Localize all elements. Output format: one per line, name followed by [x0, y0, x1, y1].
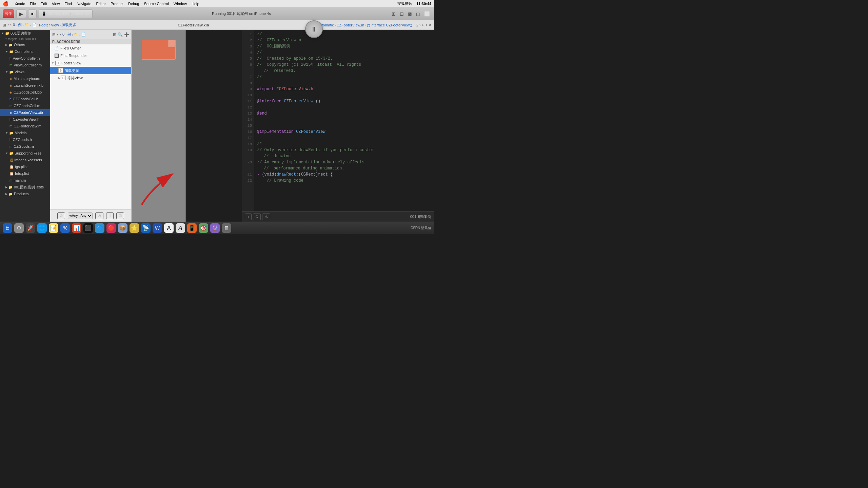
dock-app5[interactable]: 📱: [187, 223, 197, 233]
menu-help[interactable]: Help: [192, 2, 199, 6]
layout-btn-4[interactable]: ◻: [415, 11, 421, 17]
dock-app1[interactable]: 🔷: [95, 223, 104, 233]
ib-layout-btn[interactable]: ⊞: [52, 32, 56, 37]
ib-aspect-btn[interactable]: ⊡: [116, 212, 124, 219]
dock-finder[interactable]: 🖥: [3, 223, 12, 233]
footer-view-canvas[interactable]: [142, 40, 176, 60]
dock-word[interactable]: W: [153, 223, 162, 233]
ib-zoom-btn[interactable]: 🔍: [118, 32, 123, 37]
editor-bc-1[interactable]: CZFooterView.m: [336, 23, 364, 27]
dock-trash[interactable]: 🗑: [222, 223, 231, 233]
breadcrumb-item-lm[interactable]: 加载更多...: [61, 22, 79, 27]
nav-prev-btn[interactable]: ‹: [7, 23, 9, 27]
breadcrumb-item-1[interactable]: 📁: [24, 23, 29, 27]
nav-item-main-m[interactable]: m main.m: [0, 177, 50, 184]
dock-filezilla[interactable]: 📡: [141, 223, 151, 233]
nav-item-czfooterview-m[interactable]: m CZFooterView.m: [0, 123, 50, 129]
dock-office1[interactable]: 📊: [72, 223, 81, 233]
warning-btn[interactable]: ⚠: [262, 214, 270, 220]
ib-files-owner[interactable]: 📄 File's Owner: [50, 44, 131, 52]
add-file-btn[interactable]: +: [245, 214, 252, 220]
dock-font[interactable]: A: [164, 223, 174, 233]
nav-back-btn[interactable]: ⊞: [3, 23, 6, 27]
footer-view-checkbox[interactable]: □: [55, 61, 60, 65]
dock-app7[interactable]: 🔮: [210, 223, 220, 233]
ib-add-btn[interactable]: ➕: [124, 32, 129, 37]
nav-item-models[interactable]: ▼ 📁 Models: [0, 129, 50, 136]
code-lines[interactable]: // // CZFooterView.m // 001团购案例 // // Cr…: [254, 30, 434, 211]
stop-square-button[interactable]: ■: [28, 9, 37, 18]
menu-editor[interactable]: Editor: [96, 2, 106, 6]
debug-pause-overlay[interactable]: ⏸: [305, 20, 323, 38]
nav-item-info-plist[interactable]: 📋 Info.plist: [0, 170, 50, 177]
ib-filter-btn[interactable]: ⊙: [57, 212, 65, 219]
nav-filter-btn[interactable]: ⊙: [253, 214, 261, 220]
nav-item-viewcontroller-m[interactable]: m ViewController.m: [0, 62, 50, 68]
menu-view[interactable]: View: [52, 2, 60, 6]
nav-item-products[interactable]: ▶ 📁 Products: [0, 190, 50, 197]
dock-app2[interactable]: 🔴: [106, 223, 116, 233]
layout-btn-1[interactable]: ⊞: [390, 11, 397, 17]
breadcrumb-item-2[interactable]: 📄: [32, 23, 37, 27]
dock-app3[interactable]: 📦: [118, 223, 127, 233]
ib-dengdai-view[interactable]: ▶ □ 等待View: [50, 74, 131, 82]
layout-btn-3[interactable]: ⊠: [407, 11, 413, 17]
dock-app6[interactable]: 🎯: [199, 223, 208, 233]
dock-app4[interactable]: ⭐: [130, 223, 139, 233]
ib-size-select[interactable]: wAny hAny: [68, 212, 93, 219]
menu-source-control[interactable]: Source Control: [144, 2, 169, 6]
layout-btn-2[interactable]: ⊟: [398, 11, 405, 17]
menu-file[interactable]: File: [30, 2, 36, 6]
dock-safari[interactable]: 🌐: [37, 223, 47, 233]
nav-next-btn[interactable]: ›: [10, 23, 12, 27]
nav-item-others[interactable]: ▶ 📁 Others: [0, 41, 50, 48]
run-button[interactable]: ▶: [16, 9, 26, 18]
ib-bc-file[interactable]: 📄: [81, 32, 86, 37]
ib-forward-btn[interactable]: ›: [60, 32, 61, 37]
menu-navigate[interactable]: Navigate: [77, 2, 91, 6]
stop-button[interactable]: 暂停: [3, 9, 14, 18]
breadcrumb-item-0[interactable]: 0...例: [13, 22, 22, 27]
nav-item-main-storyboard[interactable]: ◈ Main.storyboard: [0, 75, 50, 82]
nav-item-viewcontroller-h[interactable]: h ViewController.h: [0, 55, 50, 62]
menu-product[interactable]: Product: [111, 2, 123, 6]
nav-item-launchscreen[interactable]: ◈ LaunchScreen.xib: [0, 82, 50, 89]
nav-item-tgs-plist[interactable]: 📋 tgs.plist: [0, 163, 50, 170]
nav-item-czfooterview-h[interactable]: h CZFooterView.h: [0, 116, 50, 123]
menu-find[interactable]: Find: [65, 2, 72, 6]
menu-xcode[interactable]: Xcode: [15, 2, 25, 6]
menu-debug[interactable]: Debug: [128, 2, 139, 6]
nav-item-czfooterview-xib[interactable]: ◈ CZFooterView.xib: [0, 109, 50, 116]
scheme-selector[interactable]: 📱 001迁购案例 › iPhone 4s: [39, 9, 93, 18]
dock-xcode[interactable]: ⚒: [60, 223, 70, 233]
nav-item-controllers[interactable]: ▼ 📁 Controllers: [0, 48, 50, 55]
ib-jiazaiduoduo[interactable]: B 加载更多...: [50, 67, 131, 74]
dock-rocket[interactable]: 🚀: [26, 223, 35, 233]
editor-bc-2[interactable]: @interface CZFooterView(): [367, 23, 412, 27]
ib-grid-btn[interactable]: ⊞: [113, 32, 116, 37]
layout-btn-5[interactable]: ⬜: [423, 11, 431, 17]
nav-item-czgoodscell-m[interactable]: m CZGoodsCell.m: [0, 102, 50, 109]
menu-edit[interactable]: Edit: [41, 2, 47, 6]
close-editor-btn[interactable]: ×: [429, 23, 431, 27]
nav-item-czgoodscell-h[interactable]: h CZGoodsCell.h: [0, 96, 50, 102]
nav-item-czgoods-h[interactable]: h CZGoods.h: [0, 136, 50, 143]
nav-item-views[interactable]: ▼ 📁 Views: [0, 68, 50, 75]
breadcrumb-item-fv[interactable]: Footer View: [39, 23, 59, 27]
ib-first-responder[interactable]: 🔲 First Responder: [50, 52, 131, 59]
nav-item-czgoodscell-xib[interactable]: ◈ CZGoodsCell.xib: [0, 89, 50, 96]
project-root[interactable]: ▼ 📁 001团购案例: [0, 30, 50, 37]
menu-window[interactable]: Window: [174, 2, 187, 6]
nav-item-tests[interactable]: ▶ 📁 001团购案例Tests: [0, 184, 50, 190]
dock-font2[interactable]: A: [176, 223, 185, 233]
dock-terminal[interactable]: ⬛: [83, 223, 93, 233]
nav-item-supporting-files[interactable]: ▼ 📁 Supporting Files: [0, 150, 50, 157]
ib-height-any[interactable]: H: [106, 212, 114, 219]
apple-menu[interactable]: 🍎: [3, 1, 8, 6]
ib-footer-view-row[interactable]: ▼ □ Footer View: [50, 59, 131, 67]
ib-bc-folder[interactable]: 📁: [74, 32, 79, 37]
nav-item-czgoods-m[interactable]: m CZGoods.m: [0, 143, 50, 150]
add-editor-btn[interactable]: +: [425, 23, 428, 27]
nav-item-images-xcassets[interactable]: 🖼 Images.xcassets: [0, 157, 50, 163]
dock-settings[interactable]: ⚙: [14, 223, 24, 233]
